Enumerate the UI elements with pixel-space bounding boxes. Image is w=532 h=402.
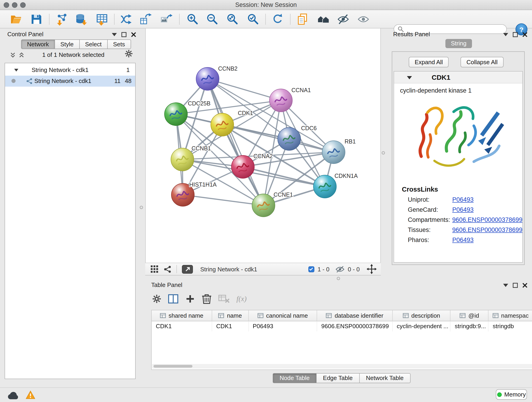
column-header[interactable]: name [212, 310, 249, 321]
tab-edge-table[interactable]: Edge Table [317, 373, 360, 383]
column-header[interactable]: database identifier [317, 310, 393, 321]
tab-node-table[interactable]: Node Table [273, 373, 317, 383]
cell-database-identifier[interactable]: 9606.ENSP00000378699 [317, 321, 393, 332]
export-image-button[interactable] [159, 13, 172, 26]
cell-shared-name[interactable]: CDK1 [152, 321, 212, 332]
show-details-button[interactable] [357, 13, 370, 26]
node-table: shared name name canonical name database… [151, 310, 532, 370]
collapse-panel-icon[interactable] [112, 33, 117, 36]
tab-network-table[interactable]: Network Table [360, 373, 410, 383]
tab-select[interactable]: Select [80, 39, 108, 49]
crosslink-link[interactable]: P06493 [452, 236, 474, 243]
home-button[interactable] [317, 13, 330, 26]
close-panel-icon[interactable] [522, 32, 527, 37]
network-node-CCNB1[interactable] [171, 148, 194, 171]
tab-style[interactable]: Style [55, 39, 80, 49]
table-row[interactable]: CDK1 CDK1 P06493 9606.ENSP00000378699 cy… [152, 321, 532, 332]
pan-crosshair-icon[interactable] [367, 264, 377, 274]
cell-namespace[interactable]: stringdb [488, 321, 532, 332]
new-network-button[interactable] [120, 13, 133, 26]
column-header[interactable]: canonical name [249, 310, 317, 321]
float-panel-icon[interactable] [513, 283, 518, 288]
crosslink-link[interactable]: 9606.ENSP00000378699 [452, 226, 522, 233]
zoom-fit-button[interactable] [226, 13, 239, 26]
open-session-button[interactable] [10, 13, 22, 26]
network-node-RB1[interactable] [322, 141, 345, 164]
show-columns-icon[interactable] [168, 293, 179, 304]
close-panel-icon[interactable] [131, 32, 136, 37]
hide-details-button[interactable] [337, 13, 350, 26]
float-panel-icon[interactable] [513, 32, 518, 37]
float-panel-icon[interactable] [121, 32, 127, 37]
cell-id[interactable]: stringdb:9... [451, 321, 489, 332]
disclosure-triangle-icon[interactable] [14, 69, 18, 71]
network-node-CCNE1[interactable] [252, 194, 275, 217]
network-node-CDC25B[interactable] [165, 103, 187, 126]
cell-description[interactable]: cyclin-dependent ... [393, 321, 450, 332]
network-row-selected[interactable]: String Network - cdk1 11 48 [5, 76, 135, 87]
detach-view-button[interactable] [182, 265, 193, 274]
tab-sets[interactable]: Sets [108, 39, 131, 49]
expand-all-icon[interactable] [19, 52, 24, 58]
column-header[interactable]: @id [451, 310, 489, 321]
network-node-CCNA1[interactable] [269, 89, 292, 112]
network-edge-CCNE1-HIST1H1A[interactable] [183, 195, 264, 205]
import-network-database-button[interactable] [75, 13, 88, 26]
cloud-icon[interactable] [7, 391, 19, 400]
delete-column-trash-icon[interactable] [202, 293, 212, 304]
import-network-file-button[interactable] [56, 13, 68, 26]
import-table-file-button[interactable] [96, 13, 109, 26]
grid-view-icon[interactable] [150, 265, 158, 273]
zoom-out-button[interactable] [206, 13, 219, 26]
network-node-CCNB2[interactable] [196, 67, 219, 90]
duplicate-page-button[interactable] [296, 13, 309, 26]
cell-canonical-name[interactable]: P06493 [249, 321, 317, 332]
expand-all-button[interactable]: Expand All [409, 57, 449, 67]
horizontal-splitter-handle[interactable] [337, 277, 340, 280]
zoom-selected-button[interactable] [247, 13, 259, 26]
hidden-eye-icon[interactable] [336, 266, 345, 273]
network-node-CDKN1A[interactable] [313, 175, 336, 198]
zoom-in-button[interactable] [186, 13, 199, 26]
save-session-button[interactable] [30, 13, 43, 26]
close-panel-icon[interactable] [522, 283, 527, 288]
collapse-all-button[interactable]: Collapse All [461, 57, 504, 67]
network-options-gear-icon[interactable] [125, 50, 133, 58]
node-details-header[interactable]: CDK1 [394, 71, 522, 83]
column-header[interactable]: namespac [488, 310, 532, 321]
warning-icon[interactable] [26, 390, 35, 399]
cell-name[interactable]: CDK1 [212, 321, 249, 332]
vertical-splitter-handle[interactable] [382, 151, 385, 154]
add-column-icon[interactable] [185, 294, 195, 304]
horizontal-scrollbar[interactable] [152, 364, 532, 369]
scrollbar-thumb[interactable] [153, 365, 192, 368]
network-collection-row[interactable]: String Network - cdk1 1 [5, 65, 135, 76]
crosslink-link[interactable]: 9606.ENSP00000378699 [452, 216, 522, 223]
node-label-RB1: RB1 [345, 138, 356, 145]
column-header[interactable]: description [393, 310, 451, 321]
clone-network-button[interactable] [139, 13, 152, 26]
crosslink-link[interactable]: P06493 [452, 206, 474, 213]
disclosure-triangle-icon[interactable] [407, 76, 412, 79]
refresh-button[interactable] [271, 13, 284, 26]
table-panel-header-icons [503, 283, 527, 288]
network-node-CDC6[interactable] [278, 128, 301, 150]
collapse-panel-icon[interactable] [503, 33, 508, 36]
table-settings-gear-icon[interactable] [152, 294, 161, 303]
memory-button[interactable]: Memory [496, 389, 527, 400]
toolbar-separator [177, 265, 177, 273]
network-overview-icon[interactable] [164, 265, 171, 273]
collapse-all-icon[interactable] [10, 52, 16, 58]
network-canvas[interactable]: CCNB2CCNA1CDC25BCDK1CDC6RB1CCNB1CCNA2CDK… [145, 28, 381, 263]
collapse-panel-icon[interactable] [503, 284, 508, 287]
network-node-CCNA2[interactable] [231, 155, 254, 178]
vertical-splitter-handle[interactable] [140, 206, 143, 209]
tab-network[interactable]: Network [21, 39, 55, 49]
network-graph[interactable]: CCNB2CCNA1CDC25BCDK1CDC6RB1CCNB1CCNA2CDK… [146, 28, 381, 263]
selected-checkbox-icon[interactable] [308, 266, 314, 272]
network-node-CDK1[interactable] [211, 113, 234, 136]
column-header[interactable]: shared name [152, 310, 212, 321]
crosslink-link[interactable]: P06493 [452, 196, 474, 203]
node-label-CCNE1: CCNE1 [273, 191, 293, 198]
tab-string[interactable]: String [445, 39, 472, 48]
